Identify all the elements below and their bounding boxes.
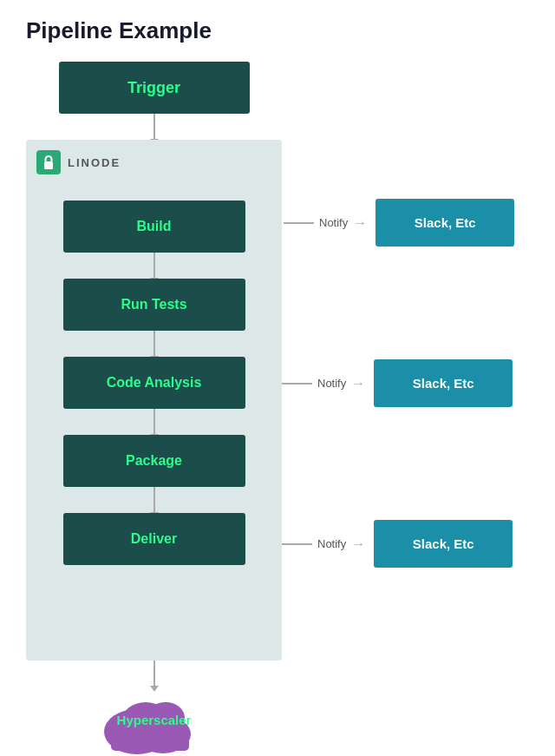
notify-deliver-line — [282, 543, 312, 545]
trigger-label: Trigger — [127, 79, 180, 97]
run-tests-box[interactable]: Run Tests — [63, 279, 245, 331]
notify-deliver: Notify → Slack, Etc — [282, 520, 513, 568]
page: Pipeline Example Trigger — [0, 0, 555, 745]
diagram-row: LINODE Build Run Tests Code Anal — [26, 140, 546, 661]
cloud-container: Hyperscaler — [98, 687, 211, 727]
code-analysis-box[interactable]: Code Analysis — [63, 357, 245, 409]
svg-rect-0 — [44, 161, 53, 169]
trigger-arrow — [153, 114, 155, 140]
notify-build-arrow: → — [353, 215, 367, 231]
svg-rect-5 — [111, 732, 189, 751]
notify-code-arrow: → — [351, 376, 365, 391]
pipeline-items: Build Run Tests Code Analysis — [43, 201, 264, 565]
arrow-after-build — [153, 253, 155, 279]
arrow-after-code-analysis — [153, 409, 155, 435]
linode-label: LINODE — [68, 156, 121, 169]
hyperscaler-label: Hyperscaler — [117, 713, 192, 727]
notify-deliver-text: Notify — [317, 537, 346, 550]
arrow-after-package — [153, 487, 155, 513]
linode-header: LINODE — [36, 150, 121, 174]
trigger-box: Trigger — [59, 62, 250, 114]
slack-build-box[interactable]: Slack, Etc — [375, 199, 514, 247]
notify-code-analysis: Notify → Slack, Etc — [282, 359, 513, 407]
trigger-section: Trigger — [26, 62, 282, 140]
diagram: Trigger LINODE — [26, 62, 546, 727]
bottom-section: Hyperscaler — [26, 661, 282, 727]
arrow-after-run-tests — [153, 331, 155, 357]
lock-icon — [36, 150, 61, 174]
linode-panel: LINODE Build Run Tests Code Anal — [26, 140, 282, 661]
bottom-arrow — [153, 661, 155, 687]
package-box[interactable]: Package — [63, 435, 245, 487]
build-box[interactable]: Build — [63, 201, 245, 253]
slack-deliver-box[interactable]: Slack, Etc — [374, 520, 513, 568]
notify-build-text: Notify — [319, 216, 348, 229]
slack-code-box[interactable]: Slack, Etc — [374, 359, 513, 407]
page-title: Pipeline Example — [26, 17, 529, 44]
notify-deliver-arrow: → — [351, 536, 365, 552]
notify-code-line — [282, 383, 312, 385]
deliver-box[interactable]: Deliver — [63, 513, 245, 565]
notify-code-text: Notify — [317, 377, 346, 390]
notify-build-line — [284, 222, 314, 224]
notify-build: Notify → Slack, Etc — [282, 199, 514, 247]
